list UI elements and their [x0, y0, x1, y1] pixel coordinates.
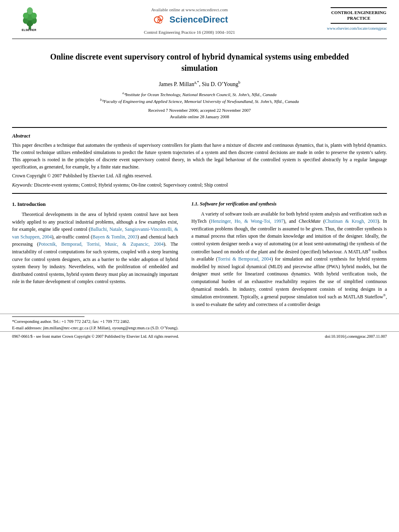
svg-point-6	[31, 13, 37, 19]
footer-issn: 0967-0661/$ - see front matter Crown Cop…	[12, 334, 179, 339]
header: ELSEVIER Available online at www.science…	[0, 0, 399, 39]
abstract-body: This paper describes a technique that au…	[12, 142, 387, 170]
header-divider	[12, 39, 387, 39]
col-left: 1. Introduction Theoretical developments…	[12, 200, 185, 310]
svg-point-5	[23, 13, 29, 19]
center-header: Available online at www.sciencedirect.co…	[48, 7, 331, 35]
footnote-email: E-mail addresses: jim.millan@nrc-cnrc.gc…	[12, 325, 387, 331]
col-right: 1.1. Software for verification and synth…	[185, 200, 387, 310]
svg-point-7	[27, 7, 33, 14]
section1-1-paragraph1: A variety of software tools are availabl…	[191, 210, 387, 308]
two-column-content: 1. Introduction Theoretical developments…	[0, 196, 399, 314]
copyright-text: Crown Copyright © 2007 Published by Else…	[12, 173, 387, 179]
authors: James P. Millana,*, Siu D. O’Youngb	[32, 80, 367, 88]
elsevier-logo: ELSEVIER	[12, 7, 48, 31]
keywords-values: Discrete-event systems; Control; Hybrid …	[34, 182, 228, 188]
footnote-corresponding: *Corresponding author. Tel.: +1 709 772 …	[12, 318, 387, 325]
abstract-top-divider	[12, 127, 387, 128]
section1-1-heading: 1.1. Software for verification and synth…	[191, 200, 387, 208]
affiliations: aᵃInstitute for Ocean Technology, Nation…	[32, 91, 367, 105]
journal-title-box: CONTROL ENGINEERING PRACTICE	[331, 7, 387, 24]
footnote-divider	[12, 316, 84, 317]
svg-text:ELSEVIER: ELSEVIER	[22, 29, 36, 31]
footer-bottom: 0967-0661/$ - see front matter Crown Cop…	[0, 331, 399, 341]
section1-paragraph1: Theoretical developments in the area of …	[12, 211, 178, 286]
journal-meta: Control Engineering Practice 16 (2008) 1…	[144, 30, 235, 35]
available-online-date: Available online 28 January 2008	[32, 114, 367, 119]
sd-icon	[151, 14, 167, 26]
right-header: CONTROL ENGINEERING PRACTICE www.elsevie…	[331, 7, 387, 31]
title-section: Online discrete event supervisory contro…	[0, 39, 399, 125]
journal-url[interactable]: www.elsevier.com/locate/conengprac	[327, 26, 387, 31]
received-date: Received 7 November 2006; accepted 22 No…	[32, 108, 367, 113]
abstract-label: Abstract	[12, 133, 387, 139]
elsevier-tree-icon: ELSEVIER	[18, 7, 42, 31]
journal-title-text: CONTROL ENGINEERING PRACTICE	[331, 10, 387, 21]
page: ELSEVIER Available online at www.science…	[0, 0, 399, 532]
article-title: Online discrete event supervisory contro…	[32, 51, 367, 74]
available-online-text: Available online at www.sciencedirect.co…	[151, 7, 228, 12]
svg-point-9	[154, 17, 160, 23]
keywords-line: Keywords: Discrete-event systems; Contro…	[12, 182, 387, 188]
sciencedirect-label: ScienceDirect	[169, 14, 228, 25]
footnotes-area: *Corresponding author. Tel.: +1 709 772 …	[0, 314, 399, 331]
sciencedirect-logo: ScienceDirect	[151, 14, 228, 26]
section1-heading: 1. Introduction	[12, 200, 178, 208]
header-top: ELSEVIER Available online at www.science…	[12, 7, 387, 35]
footer-doi: doi:10.1016/j.conengprac.2007.11.007	[325, 334, 387, 339]
abstract-section: Abstract This paper describes a techniqu…	[0, 130, 399, 191]
keywords-label: Keywords:	[12, 182, 33, 188]
content-top-divider	[12, 193, 387, 194]
